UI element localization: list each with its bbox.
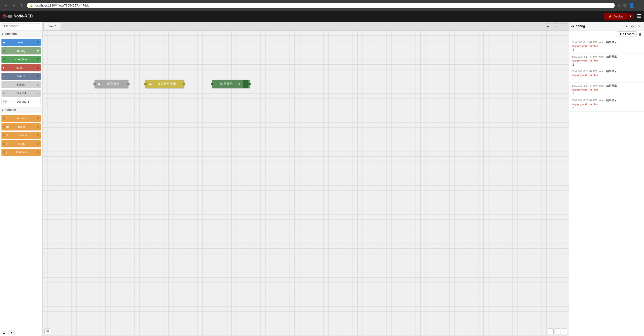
debug-msg-value-5: 5 xyxy=(572,106,642,110)
address-bar[interactable]: 🔒 localhost:1880/#flow/73554227.4474dc xyxy=(27,3,615,8)
canvas-fit-icon[interactable]: ⊡ xyxy=(44,329,51,334)
main: ▾ common ▶ inject debug ≡ complete xyxy=(0,22,644,336)
change-port-right xyxy=(37,134,39,137)
canvas-zoom-in-button[interactable]: + xyxy=(561,329,567,334)
sidebar-item-link-in[interactable]: → link in xyxy=(2,81,41,88)
refresh-button[interactable]: ↻ xyxy=(20,2,24,9)
topbar: Node-RED ⚡ Deploy ▼ ☰ xyxy=(0,11,644,22)
all-nodes-filter-button[interactable]: ▼ all nodes xyxy=(617,31,637,37)
sidebar-section-function[interactable]: ▾ function xyxy=(0,107,42,113)
debug-msg-value-2: 2 xyxy=(572,62,642,66)
canvas: ▶ 数字数组 |▶ 拆分数组元素 xyxy=(42,30,569,336)
canvas-node-chai[interactable]: |▶ 拆分数组元素 xyxy=(145,80,184,88)
canvas-bottom-right: − ○ + xyxy=(548,329,567,334)
filter-input[interactable] xyxy=(2,23,40,29)
sidebar-item-catch[interactable]: ! catch xyxy=(2,64,41,71)
shuzi-port-left xyxy=(93,83,96,85)
chai-label: 拆分数组元素 xyxy=(153,82,180,86)
switch-port-right xyxy=(37,126,39,128)
debug-node-label-2: node: xyxy=(598,55,604,58)
forward-button[interactable]: → xyxy=(11,2,17,8)
debug-panel-header: ⚙ debug ℹ ⚙ ✕ xyxy=(569,22,644,30)
sidebar-section-common[interactable]: ▾ common xyxy=(0,31,42,37)
debug-message-5: 3/9/2020, 8:37:44 PM node: 结果显示 msg.payl… xyxy=(569,97,644,112)
debug-close-button[interactable]: ✕ xyxy=(637,24,642,28)
tab-play-button[interactable]: ▶ xyxy=(545,23,551,29)
debug-info-button[interactable]: ℹ xyxy=(624,24,628,28)
debug-timestamp-2: 3/9/2020, 8:37:44 PM xyxy=(572,55,597,58)
debug-msg-value-3: 3 xyxy=(572,77,642,81)
sidebar-item-template[interactable]: { template xyxy=(2,149,41,156)
extensions-icon[interactable]: ⧉ xyxy=(624,3,626,8)
sidebar-item-range[interactable]: || range xyxy=(2,140,41,147)
app: Node-RED ⚡ Deploy ▼ ☰ ▾ common ▶ inject xyxy=(0,11,644,336)
inject-icon: ▶ xyxy=(3,41,5,44)
debug-message-1: 3/9/2020, 8:37:44 PM node: 结果显示 msg.payl… xyxy=(569,39,644,53)
debug-label: debug xyxy=(6,49,36,52)
debug-node-label-1: node: xyxy=(598,41,604,43)
section-common-label: common xyxy=(4,32,17,35)
change-label: change xyxy=(9,134,36,137)
common-node-list: ▶ inject debug ≡ complete ! catch xyxy=(0,37,42,107)
range-port-left xyxy=(3,143,5,145)
sidebar-item-complete[interactable]: complete xyxy=(2,56,41,63)
range-label: range xyxy=(8,142,36,145)
chevron-down-icon: ▾ xyxy=(2,33,3,35)
link-out-icon: → xyxy=(36,91,39,95)
jieguo-end-btn[interactable] xyxy=(243,80,248,88)
canvas-zoom-reset-button[interactable]: ○ xyxy=(554,329,560,334)
link-in-port-right xyxy=(37,83,39,86)
svg-rect-4 xyxy=(8,15,12,18)
jieguo-menu-icon[interactable]: ≡ xyxy=(238,82,240,86)
sidebar-item-comment[interactable]: 💬 comment xyxy=(2,98,41,105)
link-out-port-left xyxy=(3,92,5,94)
jieguo-label: 结果显示 xyxy=(216,82,237,86)
deploy-dropdown-button[interactable]: ▼ xyxy=(627,13,634,19)
catch-label: catch xyxy=(4,66,36,69)
sidebar-item-change[interactable]: ✎ change xyxy=(2,132,41,139)
back-button[interactable]: ← xyxy=(3,2,9,8)
sidebar-item-link-out[interactable]: link out → xyxy=(2,90,41,97)
all-nodes-label: all nodes xyxy=(623,32,634,36)
sidebar-item-debug[interactable]: debug ≡ xyxy=(2,47,41,54)
tab-list-button[interactable]: ☰ xyxy=(561,23,568,29)
complete-port-left xyxy=(3,58,5,60)
function-chevron-icon: ▾ xyxy=(2,109,3,111)
star-icon[interactable]: ☆ xyxy=(617,3,621,8)
clear-debug-button[interactable]: 🗑 xyxy=(638,32,642,36)
tab-add-button[interactable]: + xyxy=(553,23,559,29)
sidebar-item-inject[interactable]: ▶ inject xyxy=(2,39,41,46)
canvas-node-shuzi[interactable]: ▶ 数字数组 xyxy=(94,80,128,88)
topbar-menu-button[interactable]: ☰ xyxy=(637,13,641,19)
canvas-zoom-out-button[interactable]: − xyxy=(548,329,554,334)
status-icon: 〜 xyxy=(3,74,6,78)
debug-panel-title: debug xyxy=(576,24,623,28)
sidebar-item-function[interactable]: f function xyxy=(2,115,41,122)
chai-body: |▶ 拆分数组元素 xyxy=(147,80,183,88)
profile-icon[interactable]: 👤 xyxy=(629,3,634,8)
debug-msg-type-3: msg.payload : number xyxy=(572,74,642,76)
browser-menu-icon[interactable]: ⋮ xyxy=(637,3,641,8)
canvas-bottom-left: ⊡ xyxy=(44,329,51,334)
comment-icon: 💬 xyxy=(3,100,7,103)
sidebar-item-switch[interactable]: ⇄ switch xyxy=(2,123,41,130)
canvas-area: Flow 1 ▶ + ☰ xyxy=(42,22,569,336)
complete-label: complete xyxy=(6,58,36,61)
jieguo-body: 结果显示 ≡ xyxy=(214,80,243,88)
sidebar-item-status[interactable]: 〜 status xyxy=(2,73,41,80)
switch-label: switch xyxy=(9,125,36,129)
debug-settings-button[interactable]: ⚙ xyxy=(630,24,635,28)
scroll-up-button[interactable]: ▲ xyxy=(1,330,7,335)
shuzi-port-right xyxy=(127,83,130,85)
scroll-down-button[interactable]: ▼ xyxy=(8,330,14,335)
canvas-node-jieguo[interactable]: 结果显示 ≡ xyxy=(212,80,250,88)
debug-node-label-4: node: xyxy=(598,84,604,87)
address-text: localhost:1880/#flow/73554227.4474dc xyxy=(35,4,612,7)
deploy-button[interactable]: ⚡ Deploy xyxy=(604,13,627,19)
debug-msg-type-5: msg.payload : number xyxy=(572,103,642,105)
link-out-label: link out xyxy=(6,91,36,95)
tab-flow1[interactable]: Flow 1 xyxy=(43,23,61,29)
debug-node-label-5: node: xyxy=(598,99,604,102)
switch-port-left xyxy=(3,126,5,128)
debug-timestamp-4: 3/9/2020, 8:37:44 PM xyxy=(572,84,597,87)
